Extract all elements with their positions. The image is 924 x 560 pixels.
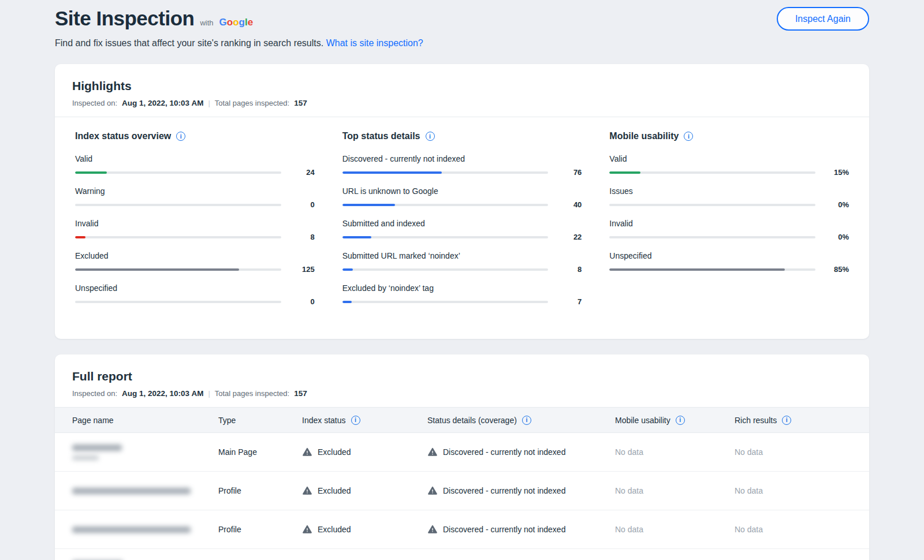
table-body: Main Page Excluded <box>55 433 869 560</box>
stat-value: 76 <box>556 168 582 177</box>
stat-bar: 24 <box>75 168 315 177</box>
stat-bar: 0 <box>75 297 315 306</box>
stat-row: Submitted and indexed 22 <box>342 219 582 241</box>
stat-label: Submitted and indexed <box>342 219 582 228</box>
warning-triangle-icon <box>427 524 438 535</box>
total-pages-label: Total pages inspected: <box>215 99 289 107</box>
page-name-redacted <box>72 445 218 460</box>
stat-bar-track <box>342 236 549 238</box>
mobile-usability-cell: No data <box>615 447 735 457</box>
stat-value: 0% <box>824 200 849 209</box>
stat-bar-fill <box>75 171 107 174</box>
info-icon[interactable] <box>684 132 693 141</box>
stat-label: Unspecified <box>75 283 315 293</box>
info-icon[interactable] <box>426 132 435 141</box>
column-header-label: Status details (coverage) <box>427 416 517 425</box>
google-logo: Google <box>219 17 254 28</box>
stat-bar-track <box>609 171 815 174</box>
stat-row: Issues 0% <box>609 186 849 209</box>
stat-label: Valid <box>609 154 849 163</box>
stat-column-title-text: Mobile usability <box>609 131 679 141</box>
stat-row: Unspecified 0 <box>75 283 315 306</box>
info-icon[interactable] <box>522 416 531 425</box>
stat-label: Excluded <box>75 251 315 260</box>
stat-column-title-text: Top status details <box>342 131 420 141</box>
stat-bar: 7 <box>342 297 582 306</box>
stat-column-rows: Valid 15% Issues 0% Invalid 0% Unspecifi… <box>609 154 849 274</box>
highlights-card-head: Highlights Inspected on: Aug 1, 2022, 10… <box>55 64 869 117</box>
stat-bar: 8 <box>75 233 315 241</box>
stat-bar: 15% <box>609 168 849 177</box>
subtitle-text: Find and fix issues that affect your sit… <box>55 38 323 48</box>
stat-bar: 0 <box>75 200 315 209</box>
page-subtitle: Find and fix issues that affect your sit… <box>55 38 869 48</box>
column-header: Mobile usability <box>615 416 735 425</box>
info-icon[interactable] <box>782 416 791 425</box>
stat-bar-fill <box>75 268 239 271</box>
stat-bar-fill <box>342 236 371 238</box>
status-details-cell: Discovered - currently not indexed <box>427 447 615 457</box>
inspected-on-value: Aug 1, 2022, 10:03 AM <box>122 389 203 398</box>
stat-row: Excluded 125 <box>75 251 315 274</box>
index-status-cell: Excluded <box>302 524 427 535</box>
stat-label: Warning <box>75 186 315 196</box>
full-report-title: Full report <box>72 369 852 383</box>
column-header: Page name <box>72 416 218 425</box>
table-header-row: Page name Type Index status Status detai… <box>55 408 869 433</box>
info-icon[interactable] <box>676 416 685 425</box>
status-label: Excluded <box>318 525 351 534</box>
what-is-site-inspection-link[interactable]: What is site inspection? <box>326 38 423 48</box>
highlights-card: Highlights Inspected on: Aug 1, 2022, 10… <box>55 64 869 339</box>
info-icon[interactable] <box>176 132 185 141</box>
stat-bar-fill <box>342 204 395 206</box>
table-row[interactable]: Main Page Excluded <box>55 433 869 472</box>
table-row[interactable]: Product Invalid <box>55 549 869 560</box>
stat-bar: 40 <box>342 200 582 209</box>
page-type: Profile <box>218 486 302 495</box>
inspected-on-label: Inspected on: <box>72 99 117 107</box>
stat-label: Submitted URL marked ‘noindex’ <box>342 251 582 260</box>
page-name-redacted <box>72 488 218 494</box>
stat-row: URL is unknown to Google 40 <box>342 186 582 209</box>
total-pages-value: 157 <box>294 389 307 398</box>
inspected-on-value: Aug 1, 2022, 10:03 AM <box>122 99 203 107</box>
info-icon[interactable] <box>351 416 360 425</box>
highlights-title: Highlights <box>72 79 852 93</box>
stat-column: Index status overview Valid 24 Warning 0… <box>75 131 315 316</box>
rich-results-cell: No data <box>735 447 852 457</box>
stat-row: Warning 0 <box>75 186 315 209</box>
column-header-label: Page name <box>72 416 114 425</box>
stat-column-rows: Valid 24 Warning 0 Invalid 8 Excluded <box>75 154 315 306</box>
stat-bar: 85% <box>609 265 849 274</box>
stat-row: Invalid 8 <box>75 219 315 241</box>
stat-bar-fill <box>342 171 442 174</box>
table-row[interactable]: Profile Excluded <box>55 510 869 549</box>
stat-bar-fill <box>75 236 85 238</box>
stat-bar-track <box>75 171 281 174</box>
stat-bar-track <box>75 301 281 303</box>
stat-row: Valid 15% <box>609 154 849 177</box>
stat-bar-fill <box>609 268 784 271</box>
rich-results-cell: No data <box>735 525 852 534</box>
stat-bar-track <box>342 268 549 271</box>
stat-bar-fill <box>342 301 352 303</box>
stat-column-title: Mobile usability <box>609 131 849 141</box>
page-type: Profile <box>218 525 302 534</box>
status-label: Discovered - currently not indexed <box>443 486 565 495</box>
meta-divider: | <box>208 99 210 107</box>
inspect-again-button[interactable]: Inspect Again <box>777 7 869 31</box>
meta-divider: | <box>208 389 210 398</box>
table-row[interactable]: Profile Excluded <box>55 472 869 510</box>
stat-value: 24 <box>289 168 315 177</box>
stat-bar-fill <box>609 171 640 174</box>
stat-bar-track <box>342 301 549 303</box>
stat-column-title-text: Index status overview <box>75 131 171 141</box>
stat-bar: 125 <box>75 265 315 274</box>
column-header-label: Index status <box>302 416 346 425</box>
stat-bar-track <box>75 236 281 238</box>
rich-results-cell: No data <box>735 486 852 495</box>
stat-bar-track <box>609 268 815 271</box>
stat-value: 8 <box>556 265 582 274</box>
stat-value: 0 <box>289 200 315 209</box>
stat-column-title: Top status details <box>342 131 582 141</box>
